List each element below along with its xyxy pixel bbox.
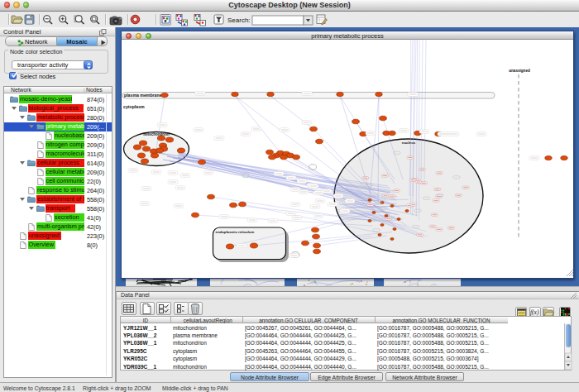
svg-text:Search:: Search: — [227, 17, 251, 24]
svg-text:plasma membrane: plasma membrane — [124, 93, 162, 98]
svg-text:endoplasmic reticulum: endoplasmic reticulum — [216, 230, 255, 234]
svg-text:cytoplasm: cytoplasm — [123, 104, 145, 109]
svg-text:unassigned: unassigned — [509, 69, 530, 73]
svg-text:mitochondrion: mitochondrion — [143, 132, 170, 136]
